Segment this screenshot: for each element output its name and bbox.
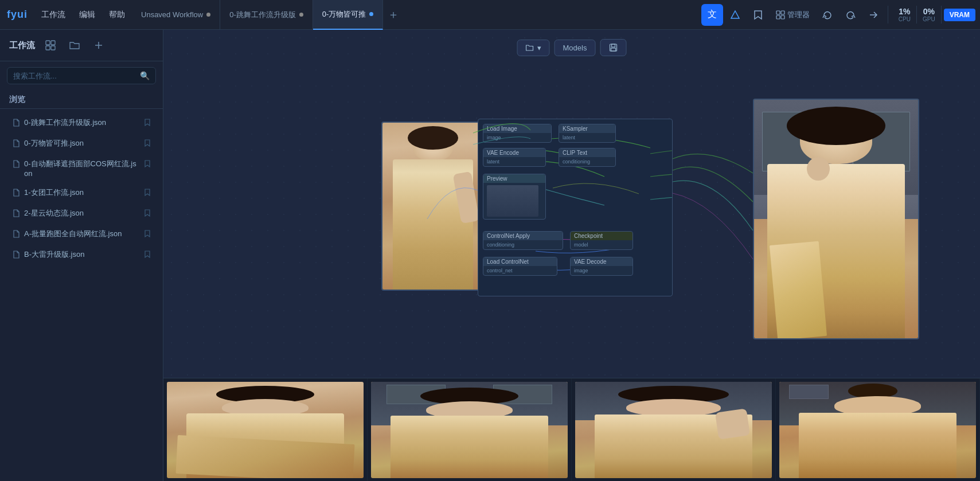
file-bookmark-icon[interactable] xyxy=(145,119,150,128)
file-name: 0-跳舞工作流升级版.json xyxy=(24,118,140,128)
canvas-toolbar: ▾ Models xyxy=(517,39,627,56)
gpu-label: GPU xyxy=(923,16,935,22)
svg-rect-2 xyxy=(781,11,784,14)
file-icon xyxy=(13,119,19,128)
file-item[interactable]: 0-跳舞工作流升级版.json xyxy=(3,113,159,133)
tab-add-button[interactable]: ＋ xyxy=(383,0,404,30)
folder-icon xyxy=(526,44,534,51)
thumb-img-3 xyxy=(575,382,772,478)
svg-marker-0 xyxy=(731,11,739,18)
translate-button[interactable]: 文 xyxy=(701,4,723,26)
tab-label: 0-跳舞工作流升级版 xyxy=(229,10,296,20)
file-name: A-批量跑图全自动网红流.json xyxy=(24,229,140,239)
tab-label: Unsaved Workflow xyxy=(141,10,203,19)
svg-rect-3 xyxy=(776,15,780,19)
tab-unsaved-workflow[interactable]: Unsaved Workflow xyxy=(132,0,220,30)
models-button[interactable]: Models xyxy=(555,40,596,56)
sidebar-folder-icon[interactable] xyxy=(66,37,83,54)
search-box[interactable]: 🔍 xyxy=(7,67,156,84)
sidebar-add-icon[interactable] xyxy=(90,37,107,54)
file-bookmark-icon[interactable] xyxy=(145,230,150,239)
menu-workflow[interactable]: 工作流 xyxy=(34,0,72,30)
file-item[interactable]: A-批量跑图全自动网红流.json xyxy=(3,224,159,244)
tab-dance-workflow[interactable]: 0-跳舞工作流升级版 xyxy=(220,0,313,30)
file-bookmark-icon[interactable] xyxy=(145,251,150,260)
file-icon xyxy=(13,189,19,198)
cpu-label: CPU xyxy=(899,16,911,22)
manager-button[interactable]: 管理器 xyxy=(770,4,815,26)
app-title: fyui xyxy=(0,9,34,21)
file-bookmark-icon[interactable] xyxy=(145,189,150,198)
file-icon xyxy=(13,160,19,170)
sidebar-title: 工作流 xyxy=(9,40,35,51)
file-bookmark-icon[interactable] xyxy=(145,139,150,148)
tab-wanwu[interactable]: 0-万物皆可推 xyxy=(313,0,384,30)
canvas-area[interactable]: ▾ Models xyxy=(163,30,980,481)
tab-dot xyxy=(369,12,373,16)
node-graph: Load Image image VAE Encode latent Previ… xyxy=(478,119,673,296)
manager-label: 管理器 xyxy=(787,10,810,20)
models-label: Models xyxy=(563,44,587,52)
file-item[interactable]: B-大雷升级版.json xyxy=(3,245,159,265)
svg-rect-6 xyxy=(51,41,55,45)
thumb-img-2 xyxy=(371,382,568,478)
tab-dot xyxy=(206,13,210,17)
gpu-value: 0% xyxy=(923,7,935,16)
right-toolbar: 文 管理器 xyxy=(698,4,888,26)
gpu-stat: 0% GPU xyxy=(917,6,942,24)
file-icon xyxy=(13,209,19,219)
file-icon xyxy=(13,251,19,260)
search-icon: 🔍 xyxy=(140,71,150,80)
file-name: 0-自动翻译遮挡面部COS网红流.json xyxy=(24,159,140,178)
file-name: 2-星云幼态流.json xyxy=(24,208,140,218)
file-list: 0-跳舞工作流升级版.json 0-万物皆可推.json 0-自动翻译遮挡面部C… xyxy=(0,110,163,481)
file-item[interactable]: 0-自动翻译遮挡面部COS网红流.json xyxy=(3,154,159,182)
vram-button[interactable]: VRAM xyxy=(944,9,975,21)
folder-button[interactable]: ▾ xyxy=(517,40,550,56)
thumb-item-1[interactable] xyxy=(163,378,368,481)
tab-dot xyxy=(299,13,303,17)
thumb-item-3[interactable] xyxy=(572,378,776,481)
file-icon xyxy=(13,230,19,240)
svg-rect-8 xyxy=(51,46,55,50)
workflow-canvas: Load Image image VAE Encode latent Previ… xyxy=(163,30,980,378)
svg-rect-5 xyxy=(46,41,50,45)
file-icon xyxy=(13,139,19,149)
stats-bar: 1% CPU 0% GPU VRAM xyxy=(888,6,980,24)
file-name: 1-女团工作流.json xyxy=(24,187,140,198)
puzzle-icon xyxy=(776,10,785,19)
cpu-stat: 1% CPU xyxy=(893,6,917,24)
file-item[interactable]: 0-万物皆可推.json xyxy=(3,134,159,154)
share-icon xyxy=(868,10,879,20)
thumb-img-1 xyxy=(167,382,364,478)
save-canvas-button[interactable] xyxy=(600,39,626,56)
sync-button-2[interactable] xyxy=(840,4,861,26)
bookmark-button[interactable] xyxy=(747,4,769,26)
thumb-item-2[interactable] xyxy=(368,378,572,481)
svg-rect-13 xyxy=(611,48,615,51)
search-input[interactable] xyxy=(13,72,135,80)
sidebar-header: 工作流 xyxy=(0,30,163,61)
file-item[interactable]: 2-星云幼态流.json xyxy=(3,204,159,224)
file-name: 0-万物皆可推.json xyxy=(24,138,140,148)
menu-edit[interactable]: 编辑 xyxy=(72,0,102,30)
save-icon xyxy=(608,43,618,52)
translate-icon: 文 xyxy=(708,9,717,21)
triangle-icon xyxy=(730,10,740,20)
menu-help[interactable]: 帮助 xyxy=(102,0,132,30)
file-bookmark-icon[interactable] xyxy=(145,209,150,218)
divider xyxy=(0,108,163,109)
thumb-item-4[interactable] xyxy=(776,378,980,481)
file-item[interactable]: 1-女团工作流.json xyxy=(3,183,159,203)
share-button[interactable] xyxy=(862,4,884,26)
svg-rect-4 xyxy=(781,15,784,19)
file-bookmark-icon[interactable] xyxy=(145,160,150,169)
sync-icon-2 xyxy=(845,10,856,20)
bottom-strip xyxy=(163,378,980,481)
preview-image-left xyxy=(381,122,485,291)
triangle-button[interactable] xyxy=(724,4,746,26)
sidebar-grid-icon[interactable] xyxy=(42,37,59,54)
svg-rect-7 xyxy=(46,46,50,50)
sync-button-1[interactable] xyxy=(817,4,838,26)
file-name: B-大雷升级版.json xyxy=(24,249,140,260)
